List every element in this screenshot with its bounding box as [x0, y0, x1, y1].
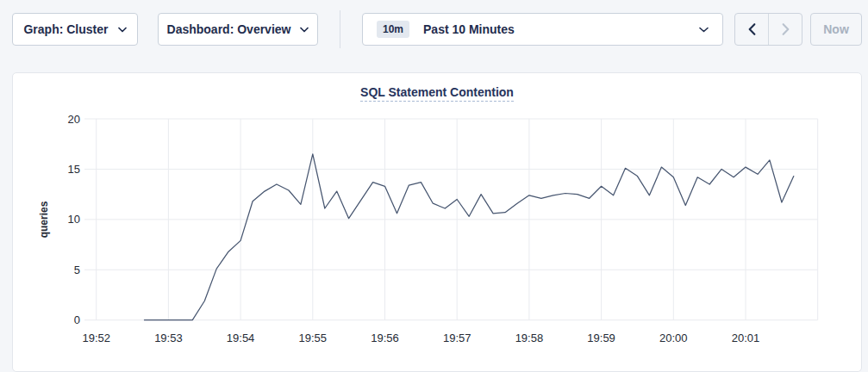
time-range-badge: 10m: [377, 21, 409, 38]
x-tick-label: 19:55: [299, 332, 328, 344]
chevron-right-icon: [782, 23, 790, 35]
app-root: Graph: Cluster Dashboard: Overview 10m P…: [0, 0, 868, 372]
chevron-left-icon: [748, 23, 756, 35]
toolbar-divider: [340, 10, 340, 48]
x-tick-label: 19:59: [587, 332, 615, 344]
dashboard-dropdown[interactable]: Dashboard: Overview: [158, 13, 318, 46]
y-tick-label: 15: [68, 163, 80, 176]
graph-dropdown-label: Graph: Cluster: [23, 22, 108, 36]
x-tick-label: 20:01: [732, 332, 760, 344]
y-tick-label: 10: [68, 213, 80, 226]
chevron-down-icon: [118, 27, 127, 33]
x-tick-label: 19:58: [515, 332, 544, 344]
time-prev-button[interactable]: [735, 14, 768, 45]
chevron-down-icon: [699, 27, 709, 33]
y-tick-label: 0: [74, 313, 80, 326]
dashboard-dropdown-label: Dashboard: Overview: [167, 22, 291, 36]
contention-line-chart: 0510152019:5219:5319:5419:5519:5619:5719…: [13, 73, 861, 371]
chevron-down-icon: [300, 27, 309, 33]
series-line: [145, 154, 794, 320]
y-tick-label: 5: [74, 264, 80, 276]
time-range-label: Past 10 Minutes: [423, 22, 515, 36]
x-tick-label: 19:53: [154, 332, 183, 344]
x-tick-label: 20:00: [659, 332, 688, 344]
now-button-label: Now: [823, 22, 849, 36]
y-tick-label: 20: [68, 113, 80, 126]
now-button[interactable]: Now: [810, 13, 862, 46]
x-tick-label: 19:57: [443, 332, 471, 344]
time-next-button[interactable]: [768, 14, 802, 45]
chart-panel: SQL Statement Contention 0510152019:5219…: [12, 72, 862, 372]
x-tick-label: 19:54: [227, 332, 255, 344]
time-shift-button-group: [734, 13, 802, 46]
chart-title-wrap: SQL Statement Contention: [13, 84, 861, 102]
graph-dropdown[interactable]: Graph: Cluster: [12, 13, 138, 46]
time-range-dropdown[interactable]: 10m Past 10 Minutes: [362, 13, 723, 46]
chart-title[interactable]: SQL Statement Contention: [360, 85, 514, 102]
y-axis-label: queries: [38, 201, 50, 238]
x-tick-label: 19:52: [82, 332, 110, 344]
x-tick-label: 19:56: [371, 332, 399, 344]
